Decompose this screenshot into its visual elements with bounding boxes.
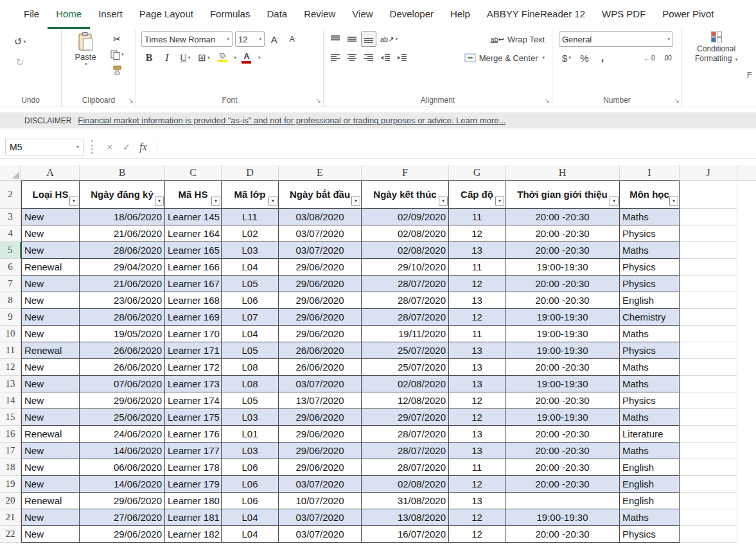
- cell-D4[interactable]: L02: [222, 225, 279, 242]
- cell-B13[interactable]: 07/06/2020: [80, 376, 165, 392]
- cell-C6[interactable]: Learner 166: [165, 259, 222, 276]
- cell-A10[interactable]: New: [21, 326, 80, 342]
- cell-H14[interactable]: 20:00 -20:30: [505, 392, 620, 409]
- select-all-button[interactable]: [0, 165, 21, 180]
- cell-F21[interactable]: 13/08/2020: [362, 509, 449, 526]
- cell-E6[interactable]: 29/06/2020: [279, 259, 362, 276]
- cell-J14[interactable]: [680, 392, 737, 409]
- menu-tab-abbyy-finereader-12[interactable]: ABBYY FineReader 12: [479, 0, 593, 29]
- cell-I4[interactable]: Physics: [620, 225, 680, 242]
- currency-format-button[interactable]: $▾: [559, 50, 574, 66]
- cell-H13[interactable]: 19:00-19:30: [505, 376, 620, 392]
- cell-C5[interactable]: Learner 165: [165, 242, 222, 259]
- fill-color-chevron-icon[interactable]: ▾: [234, 55, 236, 60]
- cell-F19[interactable]: 02/08/2020: [362, 476, 449, 493]
- cell-E21[interactable]: 03/07/2020: [279, 509, 362, 526]
- cell-I11[interactable]: Physics: [620, 342, 680, 359]
- cell-J11[interactable]: [680, 342, 737, 359]
- cell-E19[interactable]: 03/07/2020: [279, 476, 362, 493]
- cell-B10[interactable]: 19/05/2020: [80, 326, 165, 342]
- top-align-button[interactable]: [328, 31, 343, 47]
- cell-B4[interactable]: 21/06/2020: [80, 225, 165, 242]
- row-header-22[interactable]: 22: [0, 526, 21, 543]
- column-header-I[interactable]: I: [620, 165, 680, 180]
- cell-I14[interactable]: Physics: [620, 392, 680, 409]
- format-painter-button[interactable]: [108, 62, 127, 78]
- cell-C20[interactable]: Learner 180: [165, 493, 222, 509]
- cell-A3[interactable]: New: [21, 209, 80, 225]
- menu-tab-formulas[interactable]: Formulas: [202, 0, 259, 29]
- header-cell-F[interactable]: Ngày kết thúc▾: [362, 180, 449, 209]
- cell-E9[interactable]: 29/06/2020: [279, 309, 362, 326]
- menu-tab-file[interactable]: File: [15, 0, 48, 29]
- cell-D16[interactable]: L01: [222, 426, 279, 443]
- column-header-E[interactable]: E: [279, 165, 362, 180]
- cell-A13[interactable]: New: [21, 376, 80, 392]
- cell-H9[interactable]: 19:00-19:30: [505, 309, 620, 326]
- cell-H8[interactable]: 20:00 -20:30: [505, 292, 620, 309]
- row-header-12[interactable]: 12: [0, 359, 21, 376]
- header-cell-I[interactable]: Môn học▾: [620, 180, 680, 209]
- cell-G4[interactable]: 12: [449, 225, 505, 242]
- cell-B9[interactable]: 28/06/2020: [80, 309, 165, 326]
- header-cell-G[interactable]: Cấp độ▾: [449, 180, 505, 209]
- cell-A20[interactable]: Renewal: [21, 493, 80, 509]
- cell-J5[interactable]: [680, 242, 737, 259]
- cell-G21[interactable]: 12: [449, 509, 505, 526]
- cell-B18[interactable]: 06/06/2020: [80, 459, 165, 476]
- cell-F8[interactable]: 28/07/2020: [362, 292, 449, 309]
- cell-J3[interactable]: [680, 209, 737, 225]
- redo-button[interactable]: ↻: [12, 55, 28, 70]
- menu-tab-help[interactable]: Help: [442, 0, 479, 29]
- cell-B6[interactable]: 29/04/2020: [80, 259, 165, 276]
- cell-G7[interactable]: 12: [449, 276, 505, 292]
- cell-F22[interactable]: 16/07/2020: [362, 526, 449, 543]
- align-left-button[interactable]: [328, 50, 343, 66]
- enter-button[interactable]: ✓: [118, 139, 135, 155]
- format-as-table-button-clipped[interactable]: F: [744, 31, 755, 94]
- formula-input[interactable]: [157, 139, 756, 155]
- cell-J16[interactable]: [680, 426, 737, 443]
- header-cell-D[interactable]: Mã lớp▾: [222, 180, 279, 209]
- row-header-4[interactable]: 4: [0, 225, 21, 242]
- merge-center-button[interactable]: Merge & Center ▾: [461, 50, 548, 66]
- cell-B12[interactable]: 26/06/2020: [80, 359, 165, 376]
- cell-J9[interactable]: [680, 309, 737, 326]
- cell-C10[interactable]: Learner 170: [165, 326, 222, 342]
- cell-F5[interactable]: 02/08/2020: [362, 242, 449, 259]
- cell-H15[interactable]: 19:00-19:30: [505, 409, 620, 426]
- cell-B21[interactable]: 27/06/2020: [80, 509, 165, 526]
- cell-I22[interactable]: Physics: [620, 526, 680, 543]
- cell-E14[interactable]: 13/07/2020: [279, 392, 362, 409]
- row-header-2[interactable]: 2: [0, 180, 21, 209]
- fill-color-button[interactable]: [215, 50, 230, 66]
- cell-I9[interactable]: Chemistry: [620, 309, 680, 326]
- cell-A6[interactable]: Renewal: [21, 259, 80, 276]
- cell-A21[interactable]: New: [21, 509, 80, 526]
- cell-F6[interactable]: 29/10/2020: [362, 259, 449, 276]
- column-header-A[interactable]: A: [21, 165, 80, 180]
- clipboard-dialog-launcher[interactable]: ↘: [128, 98, 134, 104]
- cell-D20[interactable]: L06: [222, 493, 279, 509]
- cell-I8[interactable]: English: [620, 292, 680, 309]
- cell-I10[interactable]: Maths: [620, 326, 680, 342]
- cancel-button[interactable]: ×: [101, 139, 118, 155]
- bottom-align-button[interactable]: [361, 31, 376, 47]
- cell-E8[interactable]: 29/06/2020: [279, 292, 362, 309]
- row-header-8[interactable]: 8: [0, 292, 21, 309]
- cell-C13[interactable]: Learner 173: [165, 376, 222, 392]
- copy-button[interactable]: ▾: [108, 47, 127, 62]
- cell-H17[interactable]: 20:00 -20:30: [505, 443, 620, 459]
- cell-G18[interactable]: 11: [449, 459, 505, 476]
- cell-G12[interactable]: 13: [449, 359, 505, 376]
- cell-D17[interactable]: L03: [222, 443, 279, 459]
- column-header-H[interactable]: H: [505, 165, 620, 180]
- cell-J12[interactable]: [680, 359, 737, 376]
- bold-button[interactable]: B: [141, 50, 157, 66]
- cell-J18[interactable]: [680, 459, 737, 476]
- cell-I13[interactable]: Maths: [620, 376, 680, 392]
- cell-B19[interactable]: 14/06/2020: [80, 476, 165, 493]
- comma-format-button[interactable]: ,: [595, 50, 610, 66]
- cell-J20[interactable]: [680, 493, 737, 509]
- wrap-text-button[interactable]: ab↩ Wrap Text: [487, 31, 548, 47]
